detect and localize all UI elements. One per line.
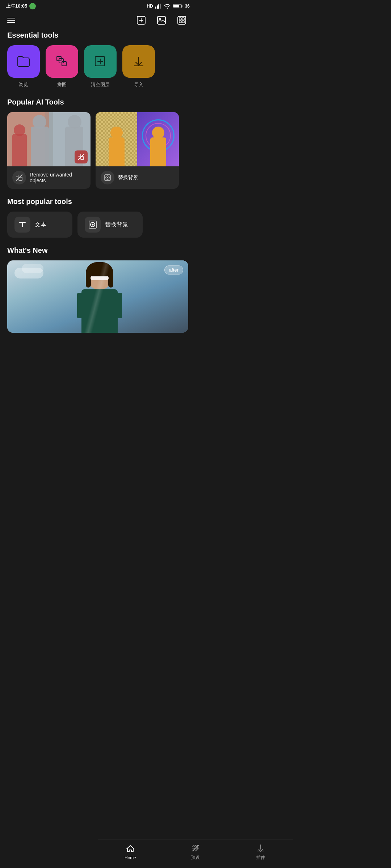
tool-collage-icon-box [46,45,78,78]
collage-icon [54,54,70,69]
popular-replace-bg[interactable]: 替换背景 [77,212,143,238]
tool-import[interactable]: 导入 [122,45,155,88]
remove-objects-footer: Remove unwanted objects [7,166,91,189]
tool-collage[interactable]: 拼图 [46,45,78,88]
status-indicator [29,3,36,9]
replace-bg-label: 替换背景 [118,174,138,181]
text-icon [18,220,27,229]
popular-ai-section: Popular AI Tools [0,98,196,197]
status-bar: 上午10:05 HD 36 [0,0,196,11]
essential-tools-title: Essential tools [7,31,188,39]
popular-replace-bg-label: 替换背景 [105,221,128,229]
tool-import-label: 导入 [134,81,143,88]
svg-rect-2 [158,4,159,9]
essential-tools-section: Essential tools 浏览 [0,31,196,98]
new-canvas-button[interactable] [135,14,148,27]
popular-text-icon-box [14,217,30,233]
remove-objects-footer-icon [12,171,26,184]
wifi-icon [164,4,171,9]
most-popular-section: Most popular tools 文本 替换 [0,197,196,246]
import-image-button[interactable] [155,14,168,27]
replace-bg-icon [88,220,97,229]
ai-tools-list: Remove unwanted objects [7,112,188,189]
hd-badge: HD [147,4,153,9]
ai-card-remove-objects[interactable]: Remove unwanted objects [7,112,91,189]
svg-rect-15 [179,21,181,23]
svg-rect-0 [155,7,156,9]
svg-rect-14 [182,18,184,20]
tool-clear-layer[interactable]: 清空图层 [84,45,117,88]
most-popular-title: Most popular tools [7,197,188,206]
whats-new-title: What's New [7,246,188,255]
tool-clear-layer-icon-box [84,45,117,78]
tool-import-icon-box [122,45,155,78]
replace-bg-footer-icon [101,171,114,184]
popular-text-label: 文本 [35,221,46,229]
svg-rect-1 [157,5,158,9]
svg-rect-12 [178,16,186,24]
svg-rect-3 [160,4,161,9]
tool-browse-icon-box [7,45,40,78]
tool-browse-label: 浏览 [19,81,28,88]
signal-icon [155,4,162,9]
clear-layer-icon [92,54,108,69]
remove-objects-label: Remove unwanted objects [30,172,85,183]
svg-line-25 [16,175,22,180]
remove-objects-image [7,112,91,166]
replace-bg-image [96,112,179,166]
ai-card-replace-bg[interactable]: 替换背景 [96,112,179,189]
popular-replace-bg-icon-box [85,217,101,233]
svg-point-28 [107,177,108,178]
popular-tools-list: 文本 替换背景 [7,212,188,238]
popular-text[interactable]: 文本 [7,212,72,238]
svg-rect-13 [179,18,181,20]
toolbar [0,11,196,31]
tool-clear-layer-label: 清空图层 [91,81,110,88]
svg-point-31 [92,224,94,226]
folder-icon [16,54,31,69]
status-right: HD 36 [147,4,190,9]
remove-badge-icon [75,150,88,163]
replace-bg-footer: 替换背景 [96,166,179,189]
whats-new-section: What's New [0,246,196,341]
tool-collage-label: 拼图 [57,81,67,88]
import-icon [131,54,147,69]
popular-ai-title: Popular AI Tools [7,98,188,106]
essential-tools-list: 浏览 拼图 [7,45,188,89]
svg-rect-10 [157,16,165,24]
menu-button[interactable] [7,18,15,23]
svg-rect-6 [173,5,179,8]
battery-level: 36 [185,4,190,9]
whats-new-card[interactable]: after [7,260,188,333]
after-badge: after [164,265,183,275]
battery-icon [173,4,183,9]
svg-rect-18 [59,59,63,63]
svg-rect-16 [182,21,184,23]
template-button[interactable] [175,14,188,27]
svg-rect-5 [181,5,182,7]
tool-browse[interactable]: 浏览 [7,45,40,88]
status-time: 上午10:05 [6,3,27,9]
svg-line-23 [79,154,84,159]
